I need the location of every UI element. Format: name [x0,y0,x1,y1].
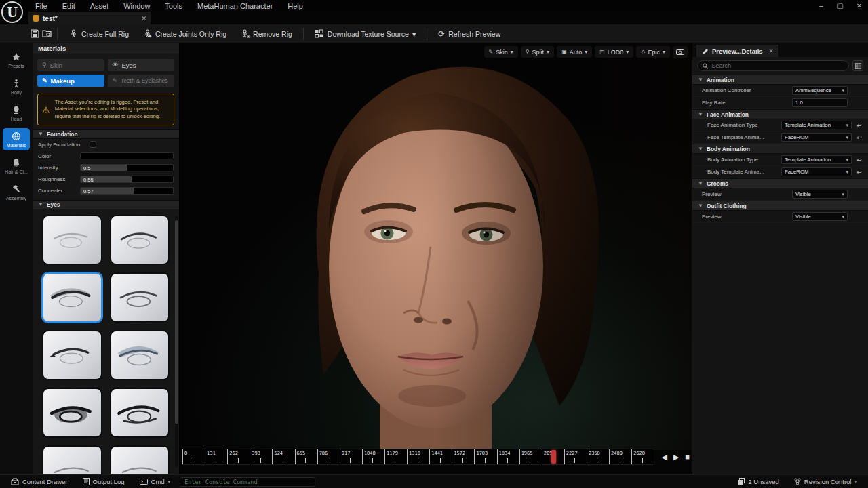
screenshot-button[interactable] [673,46,688,58]
face-animation-section-header[interactable]: ▼ Face Animation [692,109,868,119]
tab-close-icon[interactable]: ✕ [769,48,774,54]
search-input[interactable] [711,62,844,69]
makeup-thumbnail-dramatic[interactable] [110,388,170,438]
rail-item-materials[interactable]: Materials [3,128,30,150]
timeline-frame[interactable]: 1441 [429,449,452,464]
remove-rig-button[interactable]: Remove Rig [235,26,298,41]
body-animation-type-dropdown[interactable]: Template Animation ▾ [781,155,852,164]
timeline-frame[interactable]: 131 [205,449,227,464]
timeline-frame-current[interactable]: 2096 [542,449,564,464]
details-search-box[interactable] [697,60,849,71]
timeline-frame[interactable]: 524 [272,449,294,464]
timeline-frame[interactable]: 2489 [609,449,631,464]
menu-file[interactable]: File [28,1,54,12]
menu-asset[interactable]: Asset [83,1,116,12]
foundation-color-swatch[interactable] [80,152,174,159]
rail-item-head[interactable]: Head [3,102,30,124]
viewport-lod-dropdown[interactable]: ◳ LOD0 ▾ [595,46,633,58]
previous-frame-button[interactable]: ◀ [661,453,667,462]
download-texture-source-button[interactable]: Download Texture Source ▾ [309,26,421,41]
reset-to-default-icon[interactable]: ↩ [854,157,864,163]
preview-details-tab[interactable]: Preview...Details ✕ [696,45,778,57]
timeline-frame[interactable]: 2227 [564,449,587,464]
timeline-frame[interactable]: 1310 [407,449,429,464]
timeline-frame[interactable]: 1179 [384,449,407,464]
makeup-thumbnail-winged[interactable] [42,330,102,380]
animation-section-header[interactable]: ▼ Animation [692,75,868,85]
save-icon[interactable] [30,29,39,39]
timeline-frame[interactable]: 2620 [631,449,654,464]
viewport-scalability-dropdown[interactable]: ◇ Epic ▾ [636,46,670,58]
play-rate-input[interactable] [792,98,848,107]
outfit-preview-dropdown[interactable]: Visible ▾ [792,212,848,221]
timeline-frame[interactable]: 655 [295,449,317,464]
makeup-thumbnail-smoky[interactable] [42,272,102,323]
play-button[interactable]: ▶ [673,453,679,462]
roughness-slider[interactable]: 0.55 [80,176,174,183]
revision-control-button[interactable]: Revision Control ▾ [789,476,863,487]
reset-to-default-icon[interactable]: ↩ [854,134,864,141]
browse-to-asset-icon[interactable] [42,29,52,39]
menu-tools[interactable]: Tools [158,1,189,12]
tab-teeth-eyelashes[interactable]: ✎ Teeth & Eyelashes [108,75,175,87]
timeline-frame[interactable]: 1965 [519,449,542,464]
rail-item-assembly[interactable]: Assembly [3,181,30,203]
window-minimize-icon[interactable]: – [816,2,826,9]
cmd-dropdown[interactable]: Cmd ▾ [134,476,176,487]
create-full-rig-button[interactable]: Create Full Rig [63,26,134,41]
makeup-thumbnail-liner[interactable] [110,272,170,323]
body-animation-section-header[interactable]: ▼ Body Animation [692,144,868,154]
menu-metahuman-character[interactable]: MetaHuman Character [191,1,279,12]
viewport-skin-dropdown[interactable]: ✎ Skin ▾ [484,46,518,58]
makeup-thumbnail-liner-thin[interactable] [110,215,170,265]
tab-eyes[interactable]: 👁 Eyes [108,59,175,71]
grooms-preview-dropdown[interactable]: Visible ▾ [792,190,848,199]
eyes-section-header[interactable]: ▼ Eyes [33,200,179,209]
rail-item-body[interactable]: Body [3,75,30,98]
timeline-frame[interactable]: 2358 [587,449,609,464]
3d-viewport[interactable]: ✎ Skin ▾ ⚲ Split ▾ ▣ Auto ▾ ◳ LOD0 ▾ ◇ E… [180,43,692,474]
timeline-frame[interactable]: 917 [340,449,362,464]
apply-foundation-checkbox[interactable] [90,141,96,148]
body-template-animation-dropdown[interactable]: FaceROM ▾ [781,167,852,176]
window-close-icon[interactable]: ✕ [854,2,864,9]
viewport-split-dropdown[interactable]: ⚲ Split ▾ [521,46,554,58]
makeup-thumbnail-partial[interactable] [42,445,102,474]
reset-to-default-icon[interactable]: ↩ [854,169,864,176]
foundation-section-header[interactable]: ▼ Foundation [33,129,179,139]
menu-window[interactable]: Window [117,1,157,12]
details-settings-button[interactable] [852,60,863,71]
timeline-frame[interactable]: 0 [182,449,205,464]
output-log-button[interactable]: Output Log [77,476,130,487]
timeline-frame[interactable]: 1048 [362,449,384,464]
tab-close-icon[interactable]: ✕ [141,15,146,22]
timeline-frame[interactable]: 262 [227,449,250,464]
concealer-slider[interactable]: 0.57 [80,187,174,195]
asset-tab-test[interactable]: test* ✕ [28,12,151,24]
timeline-frame[interactable]: 786 [317,449,340,464]
rail-item-presets[interactable]: Presets [3,49,30,71]
viewport-quality-dropdown[interactable]: ▣ Auto ▾ [557,46,592,58]
materials-scrollbar[interactable] [175,216,178,467]
console-command-input[interactable] [180,477,315,487]
animation-timeline[interactable]: 0 131 262 393 524 655 786 917 1048 1179 … [182,449,654,465]
content-drawer-button[interactable]: Content Drawer [5,476,73,487]
reset-to-default-icon[interactable]: ↩ [854,122,864,129]
grooms-section-header[interactable]: ▼ Grooms [692,178,868,188]
face-animation-type-dropdown[interactable]: Template Animation ▾ [781,121,852,129]
makeup-thumbnail-heavy-smoky[interactable] [42,388,102,438]
animation-controller-dropdown[interactable]: AnimSequence ▾ [792,86,848,95]
intensity-slider[interactable]: 0.5 [80,164,174,171]
outfit-clothing-section-header[interactable]: ▼ Outfit Clothing [692,201,868,211]
timeline-frame[interactable]: 393 [250,449,272,464]
timeline-frame[interactable]: 1572 [452,449,474,464]
timeline-playhead[interactable] [551,450,556,464]
menu-help[interactable]: Help [281,1,310,12]
makeup-thumbnail-partial[interactable] [110,445,170,474]
menu-edit[interactable]: Edit [56,1,82,12]
window-maximize-icon[interactable]: ▢ [835,2,845,9]
face-template-animation-dropdown[interactable]: FaceROM ▾ [781,133,852,142]
unsaved-changes-button[interactable]: 2 Unsaved [732,476,784,487]
refresh-preview-button[interactable]: ⟳ Refresh Preview [433,26,506,41]
create-joints-only-rig-button[interactable]: Create Joints Only Rig [137,26,232,41]
